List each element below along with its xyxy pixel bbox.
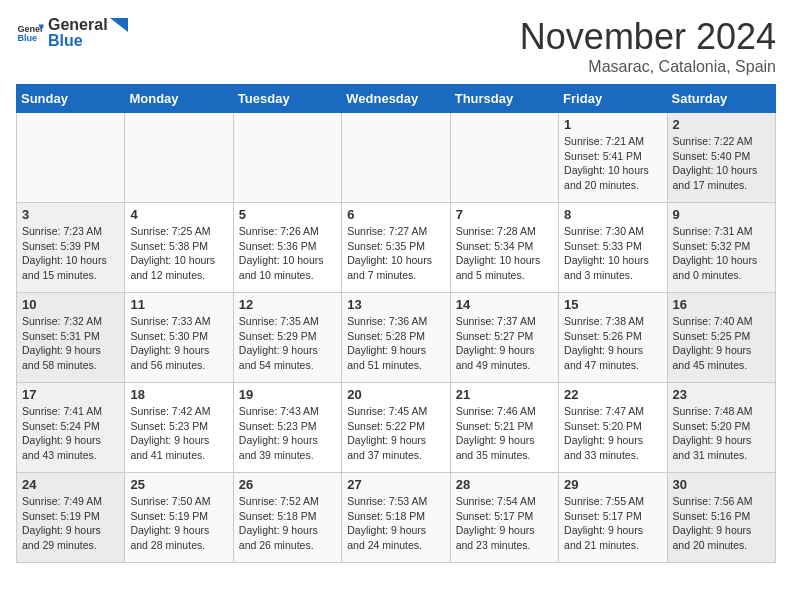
calendar-day-cell: 25Sunrise: 7:50 AM Sunset: 5:19 PM Dayli…: [125, 473, 233, 563]
day-info: Sunrise: 7:49 AM Sunset: 5:19 PM Dayligh…: [22, 494, 119, 553]
calendar-day-cell: 3Sunrise: 7:23 AM Sunset: 5:39 PM Daylig…: [17, 203, 125, 293]
calendar-day-cell: [233, 113, 341, 203]
day-number: 14: [456, 297, 553, 312]
day-info: Sunrise: 7:28 AM Sunset: 5:34 PM Dayligh…: [456, 224, 553, 283]
calendar-subtitle: Masarac, Catalonia, Spain: [520, 58, 776, 76]
day-info: Sunrise: 7:30 AM Sunset: 5:33 PM Dayligh…: [564, 224, 661, 283]
day-info: Sunrise: 7:36 AM Sunset: 5:28 PM Dayligh…: [347, 314, 444, 373]
calendar-week-row: 3Sunrise: 7:23 AM Sunset: 5:39 PM Daylig…: [17, 203, 776, 293]
day-number: 27: [347, 477, 444, 492]
calendar-week-row: 1Sunrise: 7:21 AM Sunset: 5:41 PM Daylig…: [17, 113, 776, 203]
calendar-week-row: 24Sunrise: 7:49 AM Sunset: 5:19 PM Dayli…: [17, 473, 776, 563]
day-info: Sunrise: 7:42 AM Sunset: 5:23 PM Dayligh…: [130, 404, 227, 463]
day-info: Sunrise: 7:35 AM Sunset: 5:29 PM Dayligh…: [239, 314, 336, 373]
day-number: 7: [456, 207, 553, 222]
day-number: 6: [347, 207, 444, 222]
header-saturday: Saturday: [667, 85, 775, 113]
day-number: 12: [239, 297, 336, 312]
calendar-week-row: 17Sunrise: 7:41 AM Sunset: 5:24 PM Dayli…: [17, 383, 776, 473]
day-info: Sunrise: 7:23 AM Sunset: 5:39 PM Dayligh…: [22, 224, 119, 283]
day-number: 29: [564, 477, 661, 492]
day-number: 23: [673, 387, 770, 402]
header-monday: Monday: [125, 85, 233, 113]
day-info: Sunrise: 7:37 AM Sunset: 5:27 PM Dayligh…: [456, 314, 553, 373]
calendar-table: Sunday Monday Tuesday Wednesday Thursday…: [16, 84, 776, 563]
day-info: Sunrise: 7:41 AM Sunset: 5:24 PM Dayligh…: [22, 404, 119, 463]
calendar-day-cell: 21Sunrise: 7:46 AM Sunset: 5:21 PM Dayli…: [450, 383, 558, 473]
day-number: 16: [673, 297, 770, 312]
day-info: Sunrise: 7:27 AM Sunset: 5:35 PM Dayligh…: [347, 224, 444, 283]
calendar-day-cell: 1Sunrise: 7:21 AM Sunset: 5:41 PM Daylig…: [559, 113, 667, 203]
calendar-day-cell: 8Sunrise: 7:30 AM Sunset: 5:33 PM Daylig…: [559, 203, 667, 293]
calendar-day-cell: 24Sunrise: 7:49 AM Sunset: 5:19 PM Dayli…: [17, 473, 125, 563]
day-info: Sunrise: 7:25 AM Sunset: 5:38 PM Dayligh…: [130, 224, 227, 283]
day-number: 11: [130, 297, 227, 312]
day-number: 9: [673, 207, 770, 222]
page-header: General Blue General Blue November 2024 …: [16, 16, 776, 76]
day-info: Sunrise: 7:47 AM Sunset: 5:20 PM Dayligh…: [564, 404, 661, 463]
logo-icon: General Blue: [16, 19, 44, 47]
calendar-day-cell: 28Sunrise: 7:54 AM Sunset: 5:17 PM Dayli…: [450, 473, 558, 563]
day-info: Sunrise: 7:40 AM Sunset: 5:25 PM Dayligh…: [673, 314, 770, 373]
calendar-day-cell: [450, 113, 558, 203]
weekday-header-row: Sunday Monday Tuesday Wednesday Thursday…: [17, 85, 776, 113]
calendar-day-cell: 4Sunrise: 7:25 AM Sunset: 5:38 PM Daylig…: [125, 203, 233, 293]
day-number: 17: [22, 387, 119, 402]
day-info: Sunrise: 7:45 AM Sunset: 5:22 PM Dayligh…: [347, 404, 444, 463]
calendar-day-cell: 19Sunrise: 7:43 AM Sunset: 5:23 PM Dayli…: [233, 383, 341, 473]
calendar-day-cell: 7Sunrise: 7:28 AM Sunset: 5:34 PM Daylig…: [450, 203, 558, 293]
header-wednesday: Wednesday: [342, 85, 450, 113]
day-number: 15: [564, 297, 661, 312]
header-friday: Friday: [559, 85, 667, 113]
day-number: 5: [239, 207, 336, 222]
day-info: Sunrise: 7:33 AM Sunset: 5:30 PM Dayligh…: [130, 314, 227, 373]
day-info: Sunrise: 7:50 AM Sunset: 5:19 PM Dayligh…: [130, 494, 227, 553]
day-info: Sunrise: 7:26 AM Sunset: 5:36 PM Dayligh…: [239, 224, 336, 283]
svg-text:Blue: Blue: [17, 33, 37, 43]
calendar-day-cell: 26Sunrise: 7:52 AM Sunset: 5:18 PM Dayli…: [233, 473, 341, 563]
day-number: 21: [456, 387, 553, 402]
calendar-day-cell: 16Sunrise: 7:40 AM Sunset: 5:25 PM Dayli…: [667, 293, 775, 383]
calendar-day-cell: 14Sunrise: 7:37 AM Sunset: 5:27 PM Dayli…: [450, 293, 558, 383]
day-info: Sunrise: 7:22 AM Sunset: 5:40 PM Dayligh…: [673, 134, 770, 193]
calendar-day-cell: 27Sunrise: 7:53 AM Sunset: 5:18 PM Dayli…: [342, 473, 450, 563]
calendar-day-cell: 5Sunrise: 7:26 AM Sunset: 5:36 PM Daylig…: [233, 203, 341, 293]
calendar-day-cell: [342, 113, 450, 203]
header-tuesday: Tuesday: [233, 85, 341, 113]
day-number: 8: [564, 207, 661, 222]
day-number: 22: [564, 387, 661, 402]
calendar-day-cell: 15Sunrise: 7:38 AM Sunset: 5:26 PM Dayli…: [559, 293, 667, 383]
day-info: Sunrise: 7:32 AM Sunset: 5:31 PM Dayligh…: [22, 314, 119, 373]
calendar-day-cell: 18Sunrise: 7:42 AM Sunset: 5:23 PM Dayli…: [125, 383, 233, 473]
day-info: Sunrise: 7:53 AM Sunset: 5:18 PM Dayligh…: [347, 494, 444, 553]
day-number: 28: [456, 477, 553, 492]
day-info: Sunrise: 7:43 AM Sunset: 5:23 PM Dayligh…: [239, 404, 336, 463]
day-number: 24: [22, 477, 119, 492]
calendar-week-row: 10Sunrise: 7:32 AM Sunset: 5:31 PM Dayli…: [17, 293, 776, 383]
day-number: 20: [347, 387, 444, 402]
title-block: November 2024 Masarac, Catalonia, Spain: [520, 16, 776, 76]
logo: General Blue General Blue: [16, 16, 128, 50]
calendar-day-cell: 23Sunrise: 7:48 AM Sunset: 5:20 PM Dayli…: [667, 383, 775, 473]
calendar-day-cell: 11Sunrise: 7:33 AM Sunset: 5:30 PM Dayli…: [125, 293, 233, 383]
logo-arrow-icon: [110, 18, 128, 32]
day-info: Sunrise: 7:38 AM Sunset: 5:26 PM Dayligh…: [564, 314, 661, 373]
calendar-day-cell: 12Sunrise: 7:35 AM Sunset: 5:29 PM Dayli…: [233, 293, 341, 383]
day-number: 1: [564, 117, 661, 132]
header-sunday: Sunday: [17, 85, 125, 113]
day-info: Sunrise: 7:56 AM Sunset: 5:16 PM Dayligh…: [673, 494, 770, 553]
svg-marker-3: [110, 18, 128, 32]
calendar-day-cell: 13Sunrise: 7:36 AM Sunset: 5:28 PM Dayli…: [342, 293, 450, 383]
logo-line2: Blue: [48, 32, 128, 50]
day-info: Sunrise: 7:52 AM Sunset: 5:18 PM Dayligh…: [239, 494, 336, 553]
day-info: Sunrise: 7:46 AM Sunset: 5:21 PM Dayligh…: [456, 404, 553, 463]
calendar-day-cell: 2Sunrise: 7:22 AM Sunset: 5:40 PM Daylig…: [667, 113, 775, 203]
calendar-day-cell: 6Sunrise: 7:27 AM Sunset: 5:35 PM Daylig…: [342, 203, 450, 293]
calendar-title: November 2024: [520, 16, 776, 58]
day-number: 25: [130, 477, 227, 492]
calendar-day-cell: [17, 113, 125, 203]
calendar-day-cell: 10Sunrise: 7:32 AM Sunset: 5:31 PM Dayli…: [17, 293, 125, 383]
day-number: 3: [22, 207, 119, 222]
day-info: Sunrise: 7:55 AM Sunset: 5:17 PM Dayligh…: [564, 494, 661, 553]
calendar-day-cell: 20Sunrise: 7:45 AM Sunset: 5:22 PM Dayli…: [342, 383, 450, 473]
